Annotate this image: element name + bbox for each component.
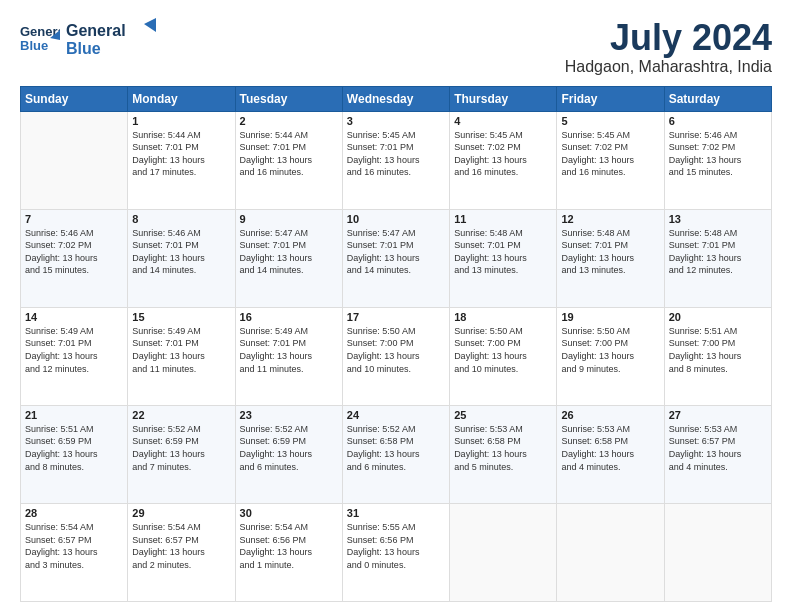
table-row: 31Sunrise: 5:55 AMSunset: 6:56 PMDayligh… bbox=[342, 503, 449, 601]
day-info: Sunrise: 5:55 AMSunset: 6:56 PMDaylight:… bbox=[347, 521, 445, 571]
table-row: 25Sunrise: 5:53 AMSunset: 6:58 PMDayligh… bbox=[450, 405, 557, 503]
day-info: Sunrise: 5:49 AMSunset: 7:01 PMDaylight:… bbox=[132, 325, 230, 375]
table-row: 22Sunrise: 5:52 AMSunset: 6:59 PMDayligh… bbox=[128, 405, 235, 503]
day-info: Sunrise: 5:50 AMSunset: 7:00 PMDaylight:… bbox=[454, 325, 552, 375]
day-info: Sunrise: 5:44 AMSunset: 7:01 PMDaylight:… bbox=[240, 129, 338, 179]
day-number: 11 bbox=[454, 213, 552, 225]
table-row: 3Sunrise: 5:45 AMSunset: 7:01 PMDaylight… bbox=[342, 111, 449, 209]
table-row: 21Sunrise: 5:51 AMSunset: 6:59 PMDayligh… bbox=[21, 405, 128, 503]
day-number: 3 bbox=[347, 115, 445, 127]
table-row: 6Sunrise: 5:46 AMSunset: 7:02 PMDaylight… bbox=[664, 111, 771, 209]
day-info: Sunrise: 5:53 AMSunset: 6:58 PMDaylight:… bbox=[561, 423, 659, 473]
col-saturday: Saturday bbox=[664, 86, 771, 111]
day-number: 9 bbox=[240, 213, 338, 225]
day-info: Sunrise: 5:54 AMSunset: 6:57 PMDaylight:… bbox=[25, 521, 123, 571]
day-number: 17 bbox=[347, 311, 445, 323]
location: Hadgaon, Maharashtra, India bbox=[565, 58, 772, 76]
day-info: Sunrise: 5:51 AMSunset: 6:59 PMDaylight:… bbox=[25, 423, 123, 473]
day-number: 8 bbox=[132, 213, 230, 225]
day-info: Sunrise: 5:44 AMSunset: 7:01 PMDaylight:… bbox=[132, 129, 230, 179]
table-row: 9Sunrise: 5:47 AMSunset: 7:01 PMDaylight… bbox=[235, 209, 342, 307]
calendar-week-row: 14Sunrise: 5:49 AMSunset: 7:01 PMDayligh… bbox=[21, 307, 772, 405]
day-number: 21 bbox=[25, 409, 123, 421]
svg-text:Blue: Blue bbox=[66, 40, 101, 57]
day-info: Sunrise: 5:53 AMSunset: 6:57 PMDaylight:… bbox=[669, 423, 767, 473]
table-row: 5Sunrise: 5:45 AMSunset: 7:02 PMDaylight… bbox=[557, 111, 664, 209]
table-row: 11Sunrise: 5:48 AMSunset: 7:01 PMDayligh… bbox=[450, 209, 557, 307]
day-number: 2 bbox=[240, 115, 338, 127]
table-row: 8Sunrise: 5:46 AMSunset: 7:01 PMDaylight… bbox=[128, 209, 235, 307]
day-number: 14 bbox=[25, 311, 123, 323]
title-area: July 2024 Hadgaon, Maharashtra, India bbox=[565, 18, 772, 76]
table-row: 1Sunrise: 5:44 AMSunset: 7:01 PMDaylight… bbox=[128, 111, 235, 209]
day-number: 5 bbox=[561, 115, 659, 127]
day-number: 31 bbox=[347, 507, 445, 519]
logo-icon: General Blue bbox=[20, 20, 60, 60]
table-row: 20Sunrise: 5:51 AMSunset: 7:00 PMDayligh… bbox=[664, 307, 771, 405]
day-info: Sunrise: 5:49 AMSunset: 7:01 PMDaylight:… bbox=[240, 325, 338, 375]
day-number: 24 bbox=[347, 409, 445, 421]
table-row: 4Sunrise: 5:45 AMSunset: 7:02 PMDaylight… bbox=[450, 111, 557, 209]
table-row: 7Sunrise: 5:46 AMSunset: 7:02 PMDaylight… bbox=[21, 209, 128, 307]
day-info: Sunrise: 5:50 AMSunset: 7:00 PMDaylight:… bbox=[561, 325, 659, 375]
table-row: 19Sunrise: 5:50 AMSunset: 7:00 PMDayligh… bbox=[557, 307, 664, 405]
day-info: Sunrise: 5:47 AMSunset: 7:01 PMDaylight:… bbox=[240, 227, 338, 277]
day-info: Sunrise: 5:47 AMSunset: 7:01 PMDaylight:… bbox=[347, 227, 445, 277]
day-info: Sunrise: 5:49 AMSunset: 7:01 PMDaylight:… bbox=[25, 325, 123, 375]
logo-svg: General Blue bbox=[66, 18, 156, 58]
col-tuesday: Tuesday bbox=[235, 86, 342, 111]
table-row: 23Sunrise: 5:52 AMSunset: 6:59 PMDayligh… bbox=[235, 405, 342, 503]
day-info: Sunrise: 5:45 AMSunset: 7:02 PMDaylight:… bbox=[454, 129, 552, 179]
table-row: 30Sunrise: 5:54 AMSunset: 6:56 PMDayligh… bbox=[235, 503, 342, 601]
day-number: 4 bbox=[454, 115, 552, 127]
table-row: 28Sunrise: 5:54 AMSunset: 6:57 PMDayligh… bbox=[21, 503, 128, 601]
month-title: July 2024 bbox=[565, 18, 772, 58]
day-number: 26 bbox=[561, 409, 659, 421]
day-number: 23 bbox=[240, 409, 338, 421]
svg-text:Blue: Blue bbox=[20, 38, 48, 53]
table-row: 24Sunrise: 5:52 AMSunset: 6:58 PMDayligh… bbox=[342, 405, 449, 503]
day-number: 29 bbox=[132, 507, 230, 519]
logo: General Blue General Blue bbox=[20, 18, 156, 62]
col-monday: Monday bbox=[128, 86, 235, 111]
table-row: 29Sunrise: 5:54 AMSunset: 6:57 PMDayligh… bbox=[128, 503, 235, 601]
table-row: 16Sunrise: 5:49 AMSunset: 7:01 PMDayligh… bbox=[235, 307, 342, 405]
table-row bbox=[450, 503, 557, 601]
page: General Blue General Blue July 2024 Hadg… bbox=[0, 0, 792, 612]
day-number: 6 bbox=[669, 115, 767, 127]
col-sunday: Sunday bbox=[21, 86, 128, 111]
day-info: Sunrise: 5:48 AMSunset: 7:01 PMDaylight:… bbox=[669, 227, 767, 277]
table-row: 15Sunrise: 5:49 AMSunset: 7:01 PMDayligh… bbox=[128, 307, 235, 405]
day-number: 7 bbox=[25, 213, 123, 225]
table-row: 26Sunrise: 5:53 AMSunset: 6:58 PMDayligh… bbox=[557, 405, 664, 503]
day-number: 22 bbox=[132, 409, 230, 421]
table-row: 14Sunrise: 5:49 AMSunset: 7:01 PMDayligh… bbox=[21, 307, 128, 405]
day-info: Sunrise: 5:52 AMSunset: 6:59 PMDaylight:… bbox=[132, 423, 230, 473]
day-number: 1 bbox=[132, 115, 230, 127]
calendar-header-row: Sunday Monday Tuesday Wednesday Thursday… bbox=[21, 86, 772, 111]
day-number: 12 bbox=[561, 213, 659, 225]
table-row: 17Sunrise: 5:50 AMSunset: 7:00 PMDayligh… bbox=[342, 307, 449, 405]
col-friday: Friday bbox=[557, 86, 664, 111]
day-number: 27 bbox=[669, 409, 767, 421]
day-info: Sunrise: 5:51 AMSunset: 7:00 PMDaylight:… bbox=[669, 325, 767, 375]
calendar-week-row: 1Sunrise: 5:44 AMSunset: 7:01 PMDaylight… bbox=[21, 111, 772, 209]
day-info: Sunrise: 5:52 AMSunset: 6:59 PMDaylight:… bbox=[240, 423, 338, 473]
day-number: 18 bbox=[454, 311, 552, 323]
col-thursday: Thursday bbox=[450, 86, 557, 111]
table-row: 18Sunrise: 5:50 AMSunset: 7:00 PMDayligh… bbox=[450, 307, 557, 405]
svg-text:General: General bbox=[66, 22, 126, 39]
calendar-table: Sunday Monday Tuesday Wednesday Thursday… bbox=[20, 86, 772, 602]
day-number: 25 bbox=[454, 409, 552, 421]
day-number: 20 bbox=[669, 311, 767, 323]
table-row: 2Sunrise: 5:44 AMSunset: 7:01 PMDaylight… bbox=[235, 111, 342, 209]
table-row bbox=[664, 503, 771, 601]
table-row bbox=[21, 111, 128, 209]
day-info: Sunrise: 5:46 AMSunset: 7:02 PMDaylight:… bbox=[25, 227, 123, 277]
day-number: 16 bbox=[240, 311, 338, 323]
table-row: 27Sunrise: 5:53 AMSunset: 6:57 PMDayligh… bbox=[664, 405, 771, 503]
day-number: 28 bbox=[25, 507, 123, 519]
table-row: 10Sunrise: 5:47 AMSunset: 7:01 PMDayligh… bbox=[342, 209, 449, 307]
day-info: Sunrise: 5:46 AMSunset: 7:02 PMDaylight:… bbox=[669, 129, 767, 179]
day-number: 13 bbox=[669, 213, 767, 225]
